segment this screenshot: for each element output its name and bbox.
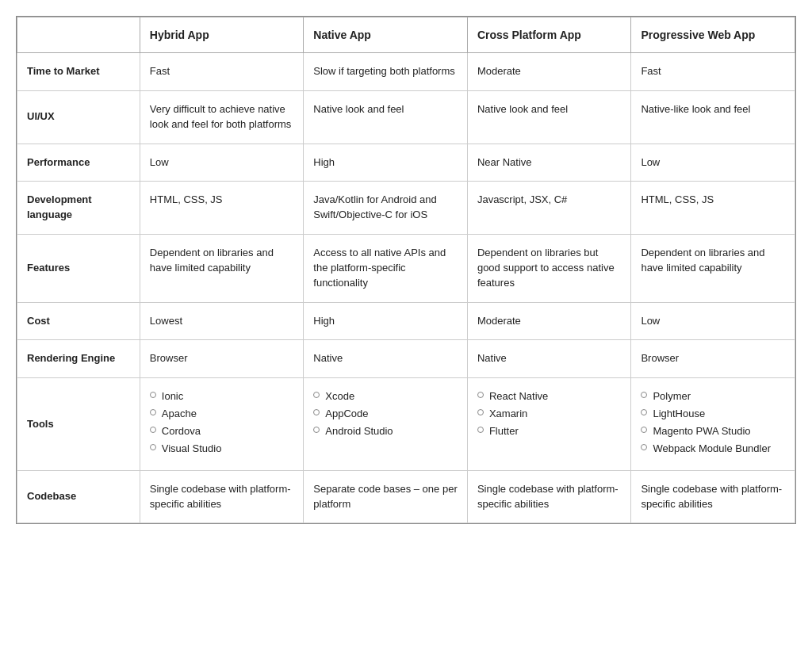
header-col1: Hybrid App <box>140 17 304 53</box>
bullet-icon <box>150 427 156 433</box>
cell-hybrid: Single codebase with platform-specific a… <box>140 470 304 523</box>
list-item: Apache <box>150 407 294 422</box>
list-item: Visual Studio <box>150 442 294 457</box>
bullet-icon <box>313 392 320 398</box>
cell-cross: Native <box>467 340 631 378</box>
cell-pwa: Dependent on libraries and have limited … <box>631 235 795 303</box>
cell-cross: Near Native <box>467 144 631 182</box>
cell-pwa: Browser <box>631 340 795 378</box>
cell-hybrid: Dependent on libraries and have limited … <box>140 235 304 303</box>
row-label: Performance <box>17 144 140 182</box>
list-item: Cordova <box>150 424 294 439</box>
list-item: Xcode <box>313 389 458 404</box>
cell-hybrid: HTML, CSS, JS <box>140 182 304 235</box>
list-item: Webpack Module Bundler <box>641 442 785 457</box>
cell-native: Native <box>304 340 468 378</box>
bullet-icon <box>641 409 647 415</box>
list-item: LightHouse <box>641 407 785 422</box>
row-label: Cost <box>17 302 140 340</box>
table-row: Time to MarketFastSlow if targeting both… <box>17 53 795 91</box>
row-label: Tools <box>17 378 140 470</box>
cell-pwa: Fast <box>631 53 795 91</box>
cell-cross-tools: React NativeXamarinFlutter <box>467 378 631 470</box>
row-label: Time to Market <box>17 53 140 91</box>
bullet-icon <box>477 427 484 433</box>
header-row: Hybrid App Native App Cross Platform App… <box>17 17 795 53</box>
bullet-icon <box>477 409 484 415</box>
row-label: Features <box>17 235 140 303</box>
list-item: Xamarin <box>477 407 622 422</box>
header-col3: Cross Platform App <box>467 17 631 53</box>
cell-cross: Moderate <box>467 53 631 91</box>
bullet-icon <box>313 409 320 415</box>
cell-native: Separate code bases – one per platform <box>304 470 468 523</box>
cell-hybrid: Low <box>140 144 304 182</box>
table-row: FeaturesDependent on libraries and have … <box>17 235 795 303</box>
cell-hybrid: Very difficult to achieve native look an… <box>140 90 304 144</box>
bullet-icon <box>477 392 484 398</box>
cell-cross: Dependent on libraries but good support … <box>467 235 631 303</box>
table-row: PerformanceLowHighNear NativeLow <box>17 144 795 182</box>
list-item: Android Studio <box>313 424 458 439</box>
row-label: UI/UX <box>17 90 140 144</box>
cell-pwa: HTML, CSS, JS <box>631 182 795 235</box>
cell-cross: Javascript, JSX, C# <box>467 182 631 235</box>
bullet-icon <box>150 409 156 415</box>
row-label: Codebase <box>17 470 140 523</box>
bullet-icon <box>150 444 156 450</box>
header-col0 <box>17 17 140 53</box>
cell-native: Slow if targeting both platforms <box>304 53 468 91</box>
cell-pwa: Low <box>631 302 795 340</box>
cell-hybrid: Browser <box>140 340 304 378</box>
cell-cross: Single codebase with platform-specific a… <box>467 470 631 523</box>
table-row: CodebaseSingle codebase with platform-sp… <box>17 470 795 523</box>
table-row: Development languageHTML, CSS, JSJava/Ko… <box>17 182 795 235</box>
cell-native: Native look and feel <box>304 90 468 144</box>
bullet-icon <box>313 427 320 433</box>
table-body: Time to MarketFastSlow if targeting both… <box>17 53 795 523</box>
cell-hybrid-tools: IonicApacheCordovaVisual Studio <box>140 378 304 470</box>
bullet-icon <box>150 392 156 398</box>
cell-cross: Native look and feel <box>467 90 631 144</box>
row-label: Development language <box>17 182 140 235</box>
header-col2: Native App <box>304 17 468 53</box>
cell-pwa: Single codebase with platform-specific a… <box>631 470 795 523</box>
cell-pwa-tools: PolymerLightHouseMagento PWA StudioWebpa… <box>631 378 795 470</box>
bullet-icon <box>641 392 647 398</box>
table-row: UI/UXVery difficult to achieve native lo… <box>17 90 795 144</box>
cell-native: Access to all native APIs and the platfo… <box>304 235 468 303</box>
list-item: AppCode <box>313 407 458 422</box>
cell-native-tools: XcodeAppCodeAndroid Studio <box>304 378 468 470</box>
list-item: Ionic <box>150 389 294 404</box>
table-row: Rendering EngineBrowserNativeNativeBrows… <box>17 340 795 378</box>
list-item: Magento PWA Studio <box>641 424 785 439</box>
cell-native: High <box>304 302 468 340</box>
bullet-icon <box>641 427 647 433</box>
cell-hybrid: Fast <box>140 53 304 91</box>
comparison-table-wrapper: Hybrid App Native App Cross Platform App… <box>16 16 796 524</box>
list-item: React Native <box>477 389 622 404</box>
cell-native: High <box>304 144 468 182</box>
cell-pwa: Low <box>631 144 795 182</box>
header-col4: Progressive Web App <box>631 17 795 53</box>
table-row: CostLowestHighModerateLow <box>17 302 795 340</box>
cell-hybrid: Lowest <box>140 302 304 340</box>
bullet-icon <box>641 444 647 450</box>
comparison-table: Hybrid App Native App Cross Platform App… <box>17 17 795 523</box>
list-item: Flutter <box>477 424 622 439</box>
table-row: ToolsIonicApacheCordovaVisual StudioXcod… <box>17 378 795 470</box>
list-item: Polymer <box>641 389 785 404</box>
cell-cross: Moderate <box>467 302 631 340</box>
row-label: Rendering Engine <box>17 340 140 378</box>
cell-pwa: Native-like look and feel <box>631 90 795 144</box>
cell-native: Java/Kotlin for Android and Swift/Object… <box>304 182 468 235</box>
